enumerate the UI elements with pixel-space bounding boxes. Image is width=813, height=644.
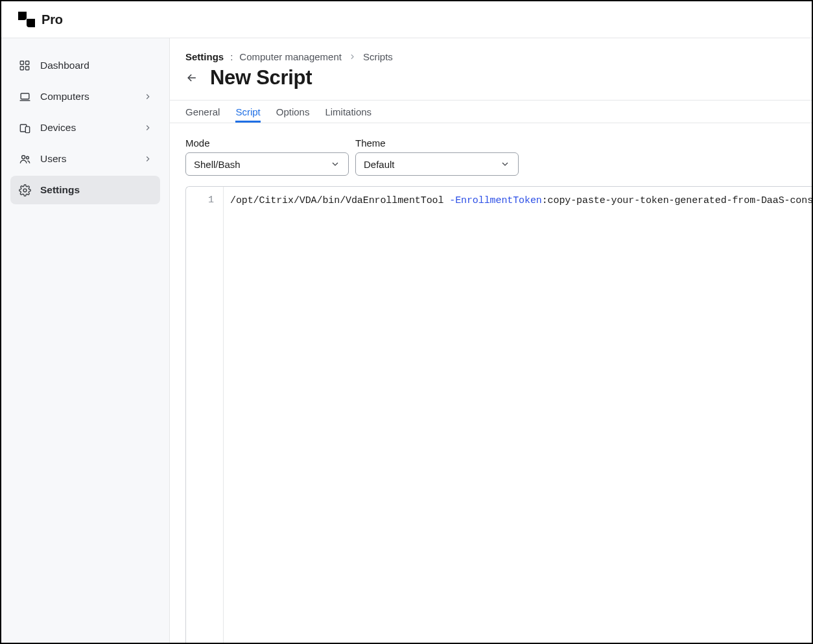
- line-number-gutter: 1: [186, 187, 224, 643]
- breadcrumb: Settings : Computer management Scripts: [185, 51, 796, 62]
- brand-name: Pro: [41, 12, 63, 27]
- sidebar-item-label: Dashboard: [40, 60, 89, 71]
- svg-point-8: [26, 156, 29, 159]
- chevron-right-icon: [348, 53, 357, 61]
- editor-toolbar: Mode Shell/Bash Theme Default: [170, 123, 812, 186]
- brand-logo-icon: [18, 12, 35, 27]
- sidebar-item-settings[interactable]: Settings: [10, 176, 160, 204]
- code-editor-container: 1 /opt/Citrix/VDA/bin/VdaEnrollmentTool …: [170, 186, 812, 643]
- mode-label: Mode: [185, 137, 349, 149]
- breadcrumb-item[interactable]: Scripts: [363, 51, 393, 62]
- tab-script[interactable]: Script: [235, 101, 260, 123]
- code-command: /opt/Citrix/VDA/bin/VdaEnrollmentTool: [230, 195, 449, 206]
- sidebar: Dashboard Computers Devices: [1, 38, 170, 643]
- page-header: Settings : Computer management Scripts N…: [170, 38, 812, 100]
- tabs: General Script Options Limitations: [170, 100, 812, 123]
- gear-icon: [18, 184, 31, 197]
- devices-icon: [18, 121, 31, 134]
- sidebar-item-label: Users: [40, 153, 66, 165]
- svg-point-7: [21, 155, 25, 158]
- arrow-left-icon: [185, 71, 198, 84]
- tab-limitations[interactable]: Limitations: [325, 101, 371, 123]
- code-content[interactable]: /opt/Citrix/VDA/bin/VdaEnrollmentTool -E…: [224, 187, 812, 643]
- theme-select[interactable]: Default: [355, 152, 519, 176]
- topbar: Pro: [1, 1, 812, 38]
- svg-rect-0: [20, 61, 23, 64]
- code-editor[interactable]: 1 /opt/Citrix/VDA/bin/VdaEnrollmentTool …: [185, 186, 812, 643]
- tab-general[interactable]: General: [185, 101, 220, 123]
- svg-point-9: [23, 189, 27, 192]
- sidebar-item-label: Settings: [40, 184, 80, 196]
- sidebar-item-label: Computers: [40, 91, 89, 102]
- chevron-right-icon: [143, 92, 152, 101]
- users-icon: [18, 152, 31, 165]
- line-number: 1: [186, 193, 223, 208]
- code-flag: -EnrollmentToken: [449, 195, 541, 206]
- page-title: New Script: [210, 66, 312, 89]
- svg-rect-6: [25, 126, 29, 133]
- theme-field: Theme Default: [355, 137, 519, 176]
- breadcrumb-item[interactable]: Computer management: [239, 51, 342, 62]
- mode-field: Mode Shell/Bash: [185, 137, 349, 176]
- sidebar-item-users[interactable]: Users: [10, 145, 160, 173]
- code-argument: :copy-paste-your-token-generated-from-Da…: [542, 195, 812, 206]
- tab-options[interactable]: Options: [276, 101, 310, 123]
- chevron-right-icon: [143, 123, 152, 132]
- laptop-icon: [18, 90, 31, 103]
- svg-rect-4: [21, 93, 29, 99]
- back-button[interactable]: [185, 71, 198, 84]
- chevron-down-icon: [500, 159, 510, 169]
- sidebar-item-dashboard[interactable]: Dashboard: [10, 51, 160, 80]
- breadcrumb-root[interactable]: Settings: [185, 51, 224, 62]
- theme-label: Theme: [355, 137, 519, 149]
- chevron-right-icon: [143, 154, 152, 163]
- main-content: Settings : Computer management Scripts N…: [170, 38, 812, 643]
- theme-select-value: Default: [364, 159, 395, 170]
- mode-select-value: Shell/Bash: [194, 159, 241, 170]
- mode-select[interactable]: Shell/Bash: [185, 152, 349, 176]
- dashboard-icon: [18, 59, 31, 72]
- chevron-down-icon: [330, 159, 340, 169]
- svg-rect-2: [20, 67, 23, 70]
- sidebar-item-label: Devices: [40, 122, 76, 134]
- breadcrumb-colon: :: [230, 51, 233, 62]
- sidebar-item-devices[interactable]: Devices: [10, 113, 160, 142]
- svg-rect-1: [26, 61, 29, 64]
- sidebar-item-computers[interactable]: Computers: [10, 82, 160, 111]
- svg-rect-3: [26, 67, 29, 70]
